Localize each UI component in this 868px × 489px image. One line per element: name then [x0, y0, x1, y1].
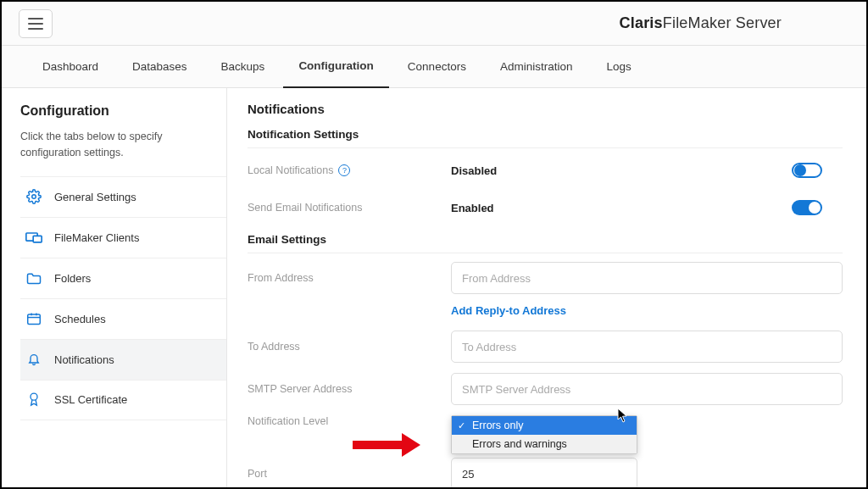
tab-dashboard[interactable]: Dashboard: [27, 46, 114, 88]
notification-level-label: Notification Level: [248, 415, 451, 427]
smtp-address-label: SMTP Server Address: [248, 383, 451, 395]
sidebar-item-label: General Settings: [54, 191, 136, 203]
send-email-label: Send Email Notifications: [248, 202, 451, 214]
svg-point-7: [31, 393, 37, 400]
cursor-icon: [617, 408, 629, 423]
tab-logs[interactable]: Logs: [591, 46, 646, 88]
svg-rect-2: [33, 236, 42, 242]
notification-level-select[interactable]: Errors only Errors and warnings: [451, 415, 637, 446]
sidebar-title: Configuration: [20, 103, 226, 119]
certificate-icon: [25, 392, 42, 408]
content-panel: Notifications Notification Settings Loca…: [226, 88, 866, 487]
dropdown-option-errors-and-warnings[interactable]: Errors and warnings: [452, 435, 637, 453]
dropdown-option-errors-only[interactable]: Errors only: [452, 416, 637, 435]
port-input[interactable]: [451, 458, 637, 487]
sidebar-item-label: Notifications: [54, 353, 114, 366]
main-nav: Dashboard Databases Backups Configuratio…: [2, 46, 866, 88]
tab-administration[interactable]: Administration: [485, 46, 588, 88]
menu-toggle-button[interactable]: [19, 9, 53, 38]
sidebar-item-label: FileMaker Clients: [54, 231, 139, 244]
sidebar-description: Click the tabs below to specify configur…: [20, 129, 198, 161]
brand-title: ClarisFileMaker Server: [620, 14, 849, 32]
from-address-label: From Address: [248, 272, 451, 284]
folder-icon: [25, 270, 42, 286]
tab-connectors[interactable]: Connectors: [392, 46, 481, 88]
hamburger-icon: [28, 18, 43, 30]
page-title: Notifications: [248, 102, 843, 116]
notification-level-dropdown: Errors only Errors and warnings: [451, 415, 637, 454]
local-notifications-label: Local Notifications ?: [248, 164, 451, 176]
send-email-value: Enabled: [451, 202, 792, 214]
brand-light: FileMaker Server: [663, 14, 782, 31]
sidebar-item-filemaker-clients[interactable]: FileMaker Clients: [20, 217, 226, 258]
clients-icon: [25, 229, 42, 246]
tab-backups[interactable]: Backups: [206, 46, 281, 88]
email-settings-title: Email Settings: [248, 233, 843, 253]
brand-bold: Claris: [620, 14, 663, 31]
local-notifications-toggle[interactable]: [792, 163, 822, 178]
sidebar-item-label: Schedules: [54, 313, 106, 325]
notification-settings-title: Notification Settings: [248, 128, 843, 148]
sidebar-item-general-settings[interactable]: General Settings: [20, 176, 226, 217]
from-address-input[interactable]: [451, 262, 843, 294]
send-email-row: Send Email Notifications Enabled: [248, 189, 843, 226]
sidebar-list: General Settings FileMaker Clients Folde…: [20, 176, 226, 420]
gear-icon: [25, 188, 42, 205]
sidebar-item-schedules[interactable]: Schedules: [20, 298, 226, 339]
sidebar-item-notifications[interactable]: Notifications: [20, 339, 226, 380]
local-notifications-row: Local Notifications ? Disabled: [248, 152, 843, 189]
sidebar-item-label: SSL Certificate: [54, 393, 127, 406]
add-reply-to-link[interactable]: Add Reply-to Address: [451, 304, 566, 317]
main-layout: Configuration Click the tabs below to sp…: [2, 88, 866, 487]
svg-point-0: [32, 195, 36, 199]
top-bar: ClarisFileMaker Server: [2, 2, 866, 46]
sidebar: Configuration Click the tabs below to sp…: [2, 88, 226, 487]
calendar-icon: [25, 310, 42, 327]
svg-rect-3: [28, 314, 41, 325]
to-address-input[interactable]: [451, 331, 843, 363]
bell-icon: [25, 351, 42, 368]
help-icon[interactable]: ?: [338, 164, 350, 176]
tab-databases[interactable]: Databases: [117, 46, 203, 88]
sidebar-item-folders[interactable]: Folders: [20, 258, 226, 298]
smtp-address-input[interactable]: [451, 373, 843, 405]
port-label: Port: [248, 468, 451, 480]
local-notifications-value: Disabled: [451, 164, 792, 177]
to-address-label: To Address: [248, 341, 451, 353]
sidebar-item-ssl-certificate[interactable]: SSL Certificate: [20, 380, 226, 420]
send-email-toggle[interactable]: [792, 200, 822, 215]
tab-configuration[interactable]: Configuration: [283, 46, 388, 88]
sidebar-item-label: Folders: [54, 272, 91, 285]
